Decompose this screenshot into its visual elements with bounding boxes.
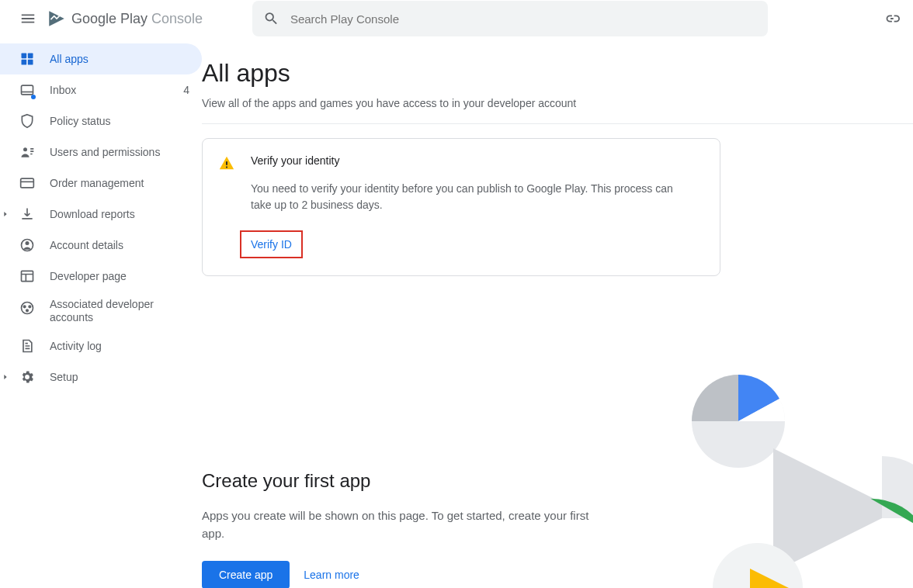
sidebar-item-label: Developer page: [50, 270, 189, 283]
sidebar-item-setup[interactable]: Setup: [0, 361, 202, 393]
sidebar-item-label: Activity log: [50, 340, 189, 353]
sidebar-item-label: Users and permissions: [50, 146, 189, 159]
verify-identity-alert: Verify your identity You need to verify …: [202, 138, 720, 276]
sidebar-item-label: Inbox: [50, 84, 169, 97]
play-console-logo-icon: [47, 9, 67, 29]
svg-rect-1: [22, 54, 27, 59]
alert-title: Verify your identity: [251, 154, 704, 167]
verify-id-button[interactable]: Verify ID: [240, 230, 303, 258]
chevron-right-icon: [2, 208, 11, 220]
credit-card-icon: [19, 175, 36, 192]
alert-text: You need to verify your identity before …: [251, 181, 686, 213]
sidebar-item-download-reports[interactable]: Download reports: [0, 199, 202, 230]
svg-rect-4: [28, 60, 33, 65]
create-first-app-section: Create your first app Apps you create wi…: [202, 470, 606, 588]
page-subtitle: View all of the apps and games you have …: [202, 97, 913, 124]
sidebar-item-all-apps[interactable]: All apps: [0, 43, 202, 74]
header-link-button[interactable]: [883, 10, 904, 27]
account-icon: [19, 237, 36, 254]
sidebar-item-label: All apps: [50, 53, 189, 66]
brand[interactable]: Google Play Console: [47, 9, 203, 29]
sidebar-item-label: Policy status: [50, 115, 189, 128]
gear-icon: [19, 368, 36, 386]
svg-point-14: [26, 310, 29, 312]
search-icon: [263, 10, 279, 27]
learn-more-link[interactable]: Learn more: [304, 569, 359, 581]
svg-point-6: [23, 147, 27, 151]
create-first-app-text: Apps you create will be shown on this pa…: [202, 507, 606, 542]
svg-point-12: [23, 306, 26, 308]
sidebar-item-label: Download reports: [50, 208, 189, 221]
page-layout-icon: [19, 268, 36, 285]
sidebar-item-label: Order management: [50, 177, 189, 190]
shield-icon: [19, 112, 36, 130]
sidebar-item-inbox[interactable]: Inbox 4: [0, 74, 202, 105]
main-content: All apps View all of the apps and games …: [202, 37, 913, 588]
link-icon: [883, 10, 901, 27]
sidebar-item-label: Account details: [50, 239, 189, 252]
sidebar-item-account-details[interactable]: Account details: [0, 230, 202, 261]
associated-icon: [19, 299, 36, 316]
svg-rect-10: [22, 271, 33, 281]
create-first-app-title: Create your first app: [202, 470, 606, 492]
menu-button[interactable]: [9, 0, 47, 37]
sidebar-item-policy-status[interactable]: Policy status: [0, 105, 202, 137]
sidebar-item-label: Setup: [50, 371, 189, 384]
sidebar-item-associated-accounts[interactable]: Associated developer accounts: [0, 292, 202, 330]
create-app-button[interactable]: Create app: [202, 561, 290, 588]
inbox-count: 4: [183, 84, 189, 96]
sidebar-item-label: Associated developer accounts: [50, 298, 189, 324]
svg-point-13: [29, 306, 31, 308]
svg-rect-7: [21, 178, 34, 188]
svg-rect-16: [226, 167, 227, 168]
page-title: All apps: [202, 59, 913, 88]
svg-rect-15: [226, 161, 227, 165]
apps-grid-icon: [19, 50, 36, 67]
sidebar-item-activity-log[interactable]: Activity log: [0, 330, 202, 361]
sidebar-item-developer-page[interactable]: Developer page: [0, 261, 202, 292]
download-icon: [19, 206, 36, 223]
chevron-right-icon: [2, 371, 11, 383]
warning-icon: [218, 154, 237, 173]
svg-point-9: [26, 241, 30, 245]
sidebar-item-users-permissions[interactable]: Users and permissions: [0, 137, 202, 168]
brand-text: Google Play Console: [71, 11, 203, 27]
menu-icon: [19, 10, 36, 27]
document-icon: [19, 337, 36, 355]
sidebar-item-order-management[interactable]: Order management: [0, 168, 202, 199]
sidebar: All apps Inbox 4 Policy status Users and…: [0, 37, 202, 588]
header: Google Play Console: [0, 0, 913, 37]
users-icon: [19, 144, 36, 161]
svg-rect-2: [28, 54, 33, 59]
svg-rect-3: [22, 60, 27, 65]
search-bar[interactable]: [252, 1, 768, 36]
inbox-unread-dot-icon: [31, 95, 36, 99]
search-input[interactable]: [290, 12, 757, 26]
svg-rect-5: [22, 85, 33, 95]
